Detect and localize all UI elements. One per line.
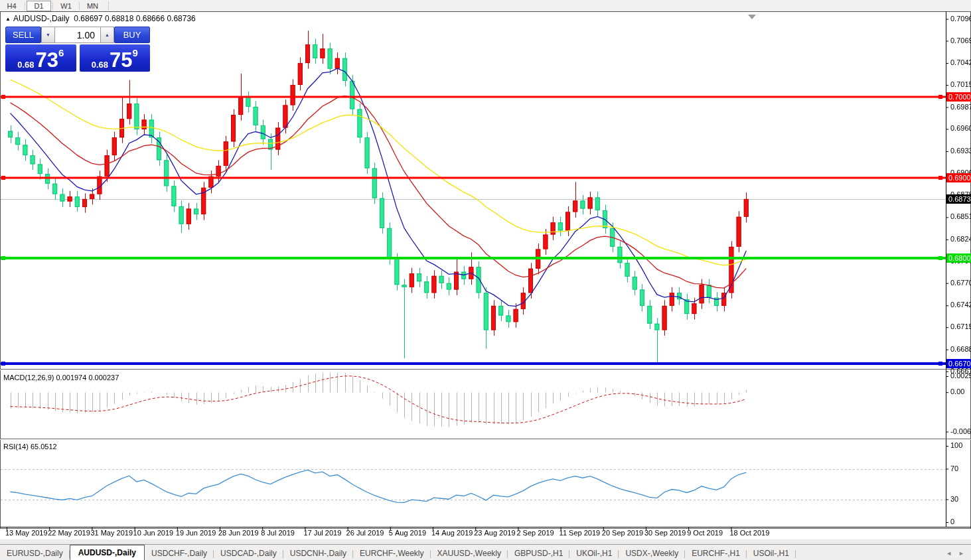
tab-ukoil-h1[interactable]: UKOil-,H1 [569,547,619,560]
toolbar-separator [108,1,109,11]
timeframe-toolbar: H4 D1 W1 MN [0,0,971,12]
buy-button[interactable]: BUY [114,27,150,43]
tab-audusd-daily[interactable]: AUDUSD-,Daily [70,545,145,560]
sell-price-pip-digit: 6 [58,43,64,63]
tab-scroll-right-icon[interactable]: ► [958,550,964,557]
trading-terminal: H4 D1 W1 MN ▲AUDUSD-,Daily 0.68697 0.688… [0,0,971,560]
tab-gbpusd-h1[interactable]: GBPUSD-,H1 [508,547,569,560]
symbol-ohlc-values: 0.68697 0.68818 0.68666 0.68736 [74,14,196,23]
price-chart-canvas[interactable] [0,11,971,544]
tab-usoil-h1[interactable]: USOil-,H1 [747,547,796,560]
symbol-name: AUDUSD-,Daily [13,14,70,23]
sell-price-big-digits: 73 [35,51,58,70]
chart-tabbar: EURUSD-,Daily AUDUSD-,Daily USDCHF-,Dail… [0,544,971,560]
tab-eurchf-weekly[interactable]: EURCHF-,Weekly [353,547,430,560]
buy-price-prefix: 0.68 [92,60,108,70]
macd-indicator-label: MACD(12,26,9) 0.001974 0.000237 [3,374,119,382]
timeframe-w1-button[interactable]: W1 [54,1,78,11]
volume-decrease-button[interactable]: ▼ [41,27,55,43]
one-click-trade-panel: SELL ▼ 1.00 ▲ BUY 0.68 73 6 0.68 75 9 [5,27,150,72]
timeframe-d1-button[interactable]: D1 [27,1,51,11]
buy-price-big-digits: 75 [110,51,132,70]
chart-window: ▲AUDUSD-,Daily 0.68697 0.68818 0.68666 0… [0,11,971,544]
chart-symbol-title: ▲AUDUSD-,Daily 0.68697 0.68818 0.68666 0… [5,14,196,23]
tab-scroll-left-icon[interactable]: ◄ [946,550,952,557]
tab-usdcad-daily[interactable]: USDCAD-,Daily [214,547,283,560]
buy-price-display[interactable]: 0.68 75 9 [80,44,151,72]
tab-xauusd-weekly[interactable]: XAUUSD-,Weekly [431,547,508,560]
sell-price-prefix: 0.68 [17,60,34,70]
buy-price-pip-digit: 9 [132,43,137,63]
timeframe-h4-button[interactable]: H4 [0,1,23,11]
sell-button[interactable]: SELL [5,27,41,43]
volume-input[interactable]: 1.00 [55,27,100,43]
volume-increase-button[interactable]: ▲ [100,27,114,43]
tab-eurchf-h1[interactable]: EURCHF-,H1 [685,547,747,560]
toolbar-separator [25,2,25,10]
toolbar-separator [52,2,53,10]
tab-usdchf-daily[interactable]: USDCHF-,Daily [145,547,214,560]
sell-price-display[interactable]: 0.68 73 6 [5,44,76,72]
tab-eurusd-daily[interactable]: EURUSD-,Daily [0,547,70,560]
rsi-indicator-label: RSI(14) 65.0512 [3,443,57,451]
tab-usdx-weekly[interactable]: USDX-,Weekly [619,547,685,560]
tab-scroll-nav: ◄ ► [946,550,971,560]
toolbar-separator [79,2,80,10]
timeframe-mn-button[interactable]: MN [81,1,104,11]
collapse-triangle-icon[interactable]: ▲ [5,16,11,22]
tab-usdcnh-daily[interactable]: USDCNH-,Daily [283,547,353,560]
